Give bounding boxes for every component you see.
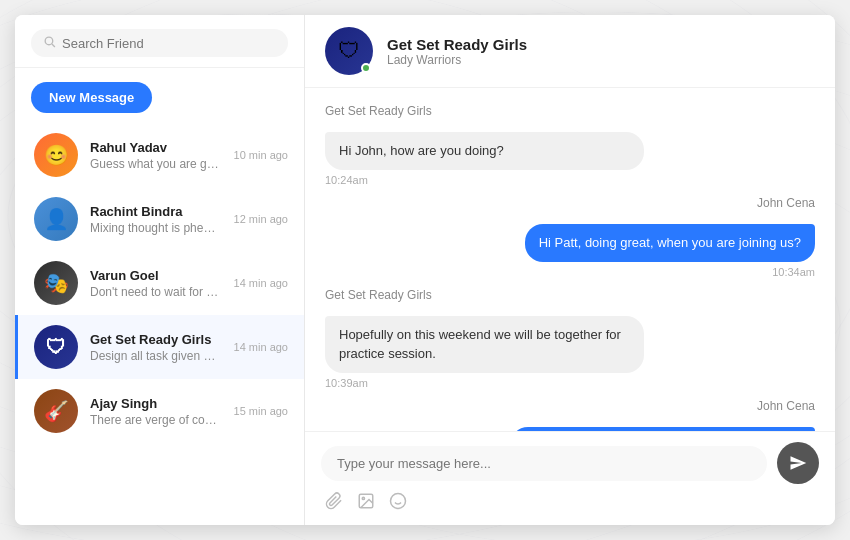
attachment-button[interactable] [325,492,343,515]
message-row-2: Hopefully on this weekend we will be tog… [325,316,815,388]
sidebar: New Message 😊 Rahul Yadav Guess what you… [15,15,305,525]
avatar-emoji-getset: 🛡 [46,336,66,359]
contact-preview-ajay: There are verge of complexity in m... [90,413,222,427]
contact-avatar-varun: 🎭 [34,261,78,305]
avatar-emoji-rahul: 😊 [44,143,69,167]
group-avatar-icon: 🛡 [338,38,360,64]
message-bubble-2: Hopefully on this weekend we will be tog… [325,316,644,372]
emoji-button[interactable] [389,492,407,515]
contact-name-rahul: Rahul Yadav [90,140,222,155]
contact-preview-rachint: Mixing thought is phenomenal dis-... [90,221,222,235]
message-time-1: 10:34am [772,266,815,278]
sender-label-0: Get Set Ready Girls [325,104,815,118]
chat-input-row [321,442,819,484]
contact-item-ajay[interactable]: 🎸 Ajay Singh There are verge of complexi… [15,379,304,443]
contact-name-getset: Get Set Ready Girls [90,332,222,347]
avatar-emoji-varun: 🎭 [44,271,69,295]
contact-avatar-rachint: 👤 [34,197,78,241]
chat-name: Get Set Ready Girls [387,36,815,53]
contact-list: 😊 Rahul Yadav Guess what you are gonna g… [15,123,304,525]
message-bubble-0: Hi John, how are you doing? [325,132,644,170]
sender-label-2: Get Set Ready Girls [325,288,815,302]
contact-avatar-rahul: 😊 [34,133,78,177]
chat-input-icons [321,484,819,519]
app-container: New Message 😊 Rahul Yadav Guess what you… [15,15,835,525]
message-time-2: 10:39am [325,377,815,389]
contact-time-rahul: 10 min ago [234,149,288,161]
contact-preview-getset: Design all task given by Ashwini on... [90,349,222,363]
contact-info-rahul: Rahul Yadav Guess what you are gonna get… [90,140,222,171]
chat-messages: Get Set Ready GirlsHi John, how are you … [305,88,835,431]
contact-avatar-getset: 🛡 [34,325,78,369]
svg-line-1 [52,44,55,47]
svg-point-4 [391,494,406,509]
new-message-area: New Message [15,68,304,123]
search-icon [43,35,56,51]
contact-item-rachint[interactable]: 👤 Rachint Bindra Mixing thought is pheno… [15,187,304,251]
contact-time-getset: 14 min ago [234,341,288,353]
contact-time-varun: 14 min ago [234,277,288,289]
new-message-button[interactable]: New Message [31,82,152,113]
contact-preview-varun: Don't need to wait for good things t... [90,285,222,299]
send-icon [789,454,807,472]
contact-name-ajay: Ajay Singh [90,396,222,411]
message-row-0: Hi John, how are you doing?10:24am [325,132,815,186]
contact-item-rahul[interactable]: 😊 Rahul Yadav Guess what you are gonna g… [15,123,304,187]
contact-item-varun[interactable]: 🎭 Varun Goel Don't need to wait for good… [15,251,304,315]
chat-area: 🛡 Get Set Ready Girls Lady Warriors Get … [305,15,835,525]
contact-info-varun: Varun Goel Don't need to wait for good t… [90,268,222,299]
image-button[interactable] [357,492,375,515]
contact-time-ajay: 15 min ago [234,405,288,417]
chat-header-avatar: 🛡 [325,27,373,75]
chat-header: 🛡 Get Set Ready Girls Lady Warriors [305,15,835,88]
send-button[interactable] [777,442,819,484]
contact-name-varun: Varun Goel [90,268,222,283]
message-bubble-1: Hi Patt, doing great, when you are joini… [525,224,815,262]
online-indicator [361,63,371,73]
svg-point-0 [45,37,53,45]
svg-point-3 [362,497,364,499]
search-input-wrapper [31,29,288,57]
message-time-0: 10:24am [325,174,815,186]
contact-item-getset[interactable]: 🛡 Get Set Ready Girls Design all task gi… [15,315,304,379]
message-row-1: Hi Patt, doing great, when you are joini… [325,224,815,278]
contact-info-rachint: Rachint Bindra Mixing thought is phenome… [90,204,222,235]
contact-name-rachint: Rachint Bindra [90,204,222,219]
search-input[interactable] [62,36,276,51]
message-input[interactable] [321,446,767,481]
search-bar [15,15,304,68]
chat-input-area [305,431,835,525]
contact-info-ajay: Ajay Singh There are verge of complexity… [90,396,222,427]
contact-preview-rahul: Guess what you are gonna get with... [90,157,222,171]
contact-time-rachint: 12 min ago [234,213,288,225]
sender-label-3: John Cena [325,399,815,413]
sender-label-1: John Cena [325,196,815,210]
contact-info-getset: Get Set Ready Girls Design all task give… [90,332,222,363]
avatar-emoji-rachint: 👤 [44,207,69,231]
contact-avatar-ajay: 🎸 [34,389,78,433]
avatar-emoji-ajay: 🎸 [44,399,69,423]
chat-subtitle: Lady Warriors [387,53,815,67]
chat-header-info: Get Set Ready Girls Lady Warriors [387,36,815,67]
